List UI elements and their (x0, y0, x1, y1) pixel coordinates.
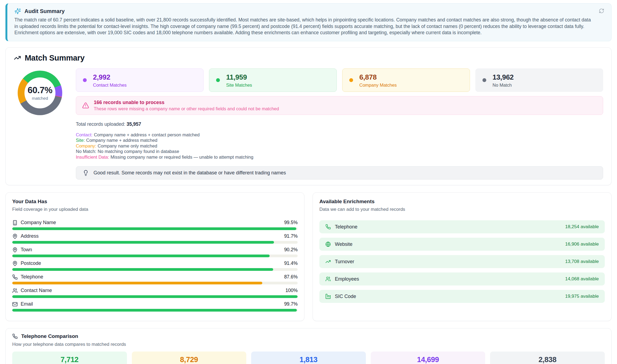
building-icon (12, 220, 18, 225)
refresh-button[interactable] (599, 8, 604, 14)
coverage-title: Your Data Has (12, 199, 298, 205)
your-data-has-panel: Your Data Has Field coverage in your upl… (5, 192, 304, 321)
users-icon (325, 276, 331, 282)
coverage-bar (12, 282, 298, 284)
coverage-bar (12, 268, 298, 271)
factory-icon (325, 294, 331, 299)
audit-summary-title: Audit Summary (24, 8, 65, 14)
phone-card-new: 1,813 New You don't have one, we can add… (251, 352, 366, 364)
coverage-bar (12, 255, 298, 257)
enrichments-subtitle: Data we can add to your matched records (319, 207, 605, 212)
phone-card-different: 8,729 Different We have a different tele… (132, 352, 247, 364)
field-percent: 99.5% (284, 220, 298, 225)
coverage-bar (12, 309, 298, 312)
result-tip-box: Good result. Some records may not exist … (76, 166, 603, 180)
company-matches-value: 6,878 (359, 73, 464, 81)
unprocessed-records-warning: 166 records unable to process These rows… (76, 96, 603, 115)
field-label: Address (21, 233, 39, 239)
phone-card-verified: 7,712 Verified Your telephone matches ou… (12, 352, 127, 364)
contact-dot (83, 78, 87, 82)
stat-card-site-matches: 11,959 Site Matches (209, 68, 337, 92)
phone-card-na: 2,838 N/A Neither file has one 8% (490, 352, 605, 364)
audit-summary-panel: Audit Summary The match rate of 60.7 per… (5, 3, 612, 41)
enrichment-label: Telephone (335, 224, 357, 230)
sparkles-icon (14, 8, 21, 14)
available-enrichments-panel: Available Enrichments Data we can add to… (313, 192, 612, 321)
map-pin-icon (12, 234, 18, 239)
field-percent: 87.6% (284, 274, 298, 280)
field-label: Email (21, 301, 33, 307)
coverage-row-telephone: Telephone 87.6% (12, 274, 298, 284)
telephone-comparison-panel: Telephone Comparison How your telephone … (5, 328, 612, 364)
stat-card-company-matches: 6,878 Company Matches (342, 68, 470, 92)
coverage-bar (12, 227, 298, 230)
match-rate-value: 60.7% (27, 85, 52, 95)
match-rate-label: matched (32, 96, 48, 101)
phone-icon (325, 224, 331, 230)
total-records-label: Total records uploaded: (76, 121, 125, 127)
enrichment-label: Website (335, 241, 353, 247)
mail-icon (12, 302, 18, 307)
enrichment-count: 19,975 available (565, 294, 599, 299)
coverage-row-contact-name: Contact Name 100% (12, 288, 298, 298)
coverage-row-address: Address 91.7% (12, 233, 298, 244)
enrichment-count: 13,708 available (565, 259, 599, 264)
na-value: 2,838 (493, 356, 602, 364)
no-match-dot (482, 78, 486, 82)
legend-site: Site:Company name + address matched (76, 137, 603, 143)
enrichment-label: SIC Code (335, 294, 356, 299)
company-dot (349, 78, 353, 82)
enrichment-count: 14,068 available (565, 276, 599, 282)
enrichments-title: Available Enrichments (319, 199, 605, 205)
audit-summary-text: The match rate of 60.7 percent indicates… (14, 17, 592, 36)
phone-card-input-only: 14,699 Input Only You have one, we don't… (371, 352, 485, 364)
legend-insufficient-data: Insufficient Data:Missing company name o… (76, 154, 603, 160)
total-records-value: 35,957 (127, 121, 141, 127)
match-summary-title: Match Summary (25, 54, 85, 62)
enrichment-label: Employees (335, 276, 359, 282)
stat-card-contact-matches: 2,992 Contact Matches (76, 68, 204, 92)
coverage-row-email: Email 99.7% (12, 301, 298, 312)
company-matches-label: Company Matches (359, 83, 464, 88)
stat-card-no-match: 13,962 No Match (475, 68, 603, 92)
telephone-comparison-title: Telephone Comparison (21, 333, 78, 339)
input-only-value: 14,699 (373, 356, 483, 364)
warning-detail: These rows were missing a company name o… (94, 106, 279, 111)
enrichment-count: 16,906 available (565, 241, 599, 247)
contact-matches-value: 2,992 (93, 73, 198, 81)
phone-icon (12, 334, 18, 339)
match-summary-panel: Match Summary 60.7% matched 2,992 Contac… (5, 47, 612, 186)
phone-icon (12, 274, 18, 280)
legend-contact: Contact:Company name + address + contact… (76, 132, 603, 138)
match-type-legend: Contact:Company name + address + contact… (76, 132, 603, 160)
no-match-label: No Match (493, 83, 597, 88)
site-matches-value: 11,959 (226, 73, 331, 81)
enrichment-row-sic-code: SIC Code 19,975 available (319, 290, 605, 303)
field-label: Company Name (21, 220, 56, 225)
enrichment-row-website: Website 16,906 available (319, 238, 605, 251)
trending-up-icon (325, 259, 331, 264)
verified-value: 7,712 (15, 356, 124, 364)
field-percent: 99.7% (284, 301, 298, 307)
globe-icon (325, 241, 331, 247)
field-percent: 91.4% (284, 261, 298, 266)
enrichment-row-telephone: Telephone 18,254 available (319, 220, 605, 233)
users-icon (12, 288, 18, 293)
legend-company: Company:Company name only matched (76, 143, 603, 149)
map-pin-icon (12, 261, 18, 266)
coverage-row-postcode: Postcode 91.4% (12, 261, 298, 271)
field-percent: 91.7% (284, 233, 298, 239)
coverage-subtitle: Field coverage in your uploaded data (12, 207, 298, 212)
field-percent: 90.2% (284, 247, 298, 253)
field-percent: 100% (285, 288, 298, 293)
field-label: Postcode (21, 261, 41, 266)
map-pin-icon (12, 247, 18, 253)
result-tip-text: Good result. Some records may not exist … (94, 170, 286, 176)
lightbulb-icon (83, 170, 89, 176)
different-value: 8,729 (135, 356, 244, 364)
trending-up-icon (14, 54, 21, 61)
site-dot (216, 78, 220, 82)
enrichment-row-turnover: Turnover 13,708 available (319, 255, 605, 268)
legend-no-match: No Match:No matching company found in da… (76, 149, 603, 154)
site-matches-label: Site Matches (226, 83, 331, 88)
